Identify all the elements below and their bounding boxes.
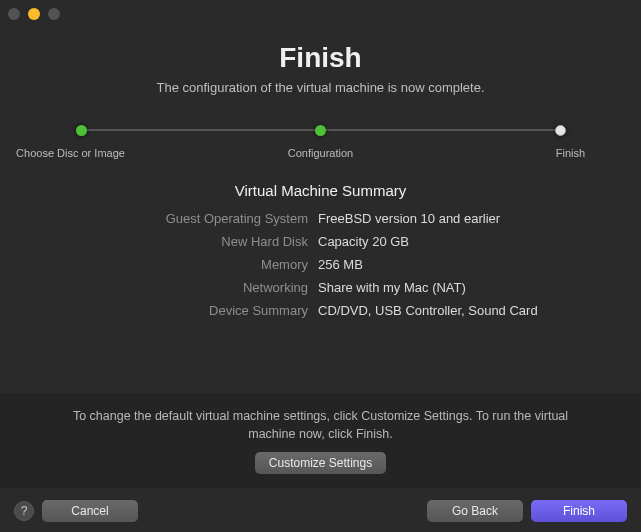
hint-text: To change the default virtual machine se… xyxy=(48,407,593,445)
cancel-button[interactable]: Cancel xyxy=(42,500,138,522)
summary-grid: Guest Operating System FreeBSD version 1… xyxy=(0,211,641,318)
minimize-icon[interactable] xyxy=(28,8,40,20)
step-dot-configuration xyxy=(315,125,326,136)
summary-value: FreeBSD version 10 and earlier xyxy=(318,211,641,226)
summary-key: Networking xyxy=(0,280,308,295)
summary-value: Share with my Mac (NAT) xyxy=(318,280,641,295)
summary-key: New Hard Disk xyxy=(0,234,308,249)
step-label-configuration: Configuration xyxy=(261,146,381,160)
step-label-choose-disc: Choose Disc or Image xyxy=(11,146,131,160)
wizard-steps xyxy=(76,125,566,136)
page-subtitle: The configuration of the virtual machine… xyxy=(0,80,641,95)
help-button[interactable]: ? xyxy=(14,501,34,521)
zoom-icon[interactable] xyxy=(48,8,60,20)
summary-value: CD/DVD, USB Controller, Sound Card xyxy=(318,303,641,318)
go-back-button[interactable]: Go Back xyxy=(427,500,523,522)
summary-section: Virtual Machine Summary Guest Operating … xyxy=(0,182,641,318)
step-dot-finish xyxy=(555,125,566,136)
customize-settings-button[interactable]: Customize Settings xyxy=(255,452,386,474)
step-dot-choose-disc xyxy=(76,125,87,136)
summary-title: Virtual Machine Summary xyxy=(0,182,641,199)
summary-key: Guest Operating System xyxy=(0,211,308,226)
hint-panel: To change the default virtual machine se… xyxy=(0,394,641,489)
summary-value: Capacity 20 GB xyxy=(318,234,641,249)
summary-key: Memory xyxy=(0,257,308,272)
page-title: Finish xyxy=(0,42,641,74)
step-label-finish: Finish xyxy=(511,146,631,160)
summary-key: Device Summary xyxy=(0,303,308,318)
summary-value: 256 MB xyxy=(318,257,641,272)
window-traffic-lights xyxy=(8,8,60,20)
finish-button[interactable]: Finish xyxy=(531,500,627,522)
close-icon[interactable] xyxy=(8,8,20,20)
